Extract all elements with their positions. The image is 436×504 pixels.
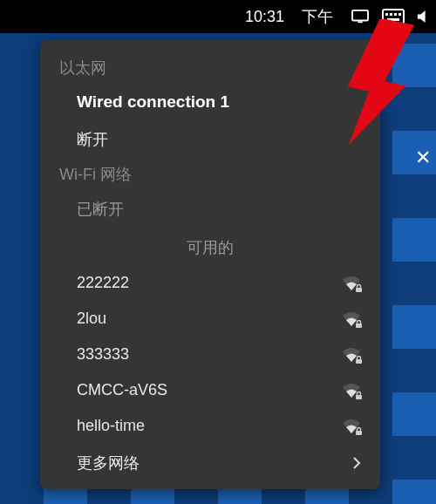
svg-rect-4 <box>390 13 392 16</box>
clock-time: 10:31 <box>245 8 284 26</box>
lock-icon <box>355 391 363 400</box>
wifi-network-row[interactable]: CMCC-aV6S <box>40 372 380 408</box>
wifi-more-networks-row[interactable]: 更多网络 <box>40 444 380 482</box>
wifi-section-title: Wi-Fi 网络 <box>40 159 380 190</box>
wifi-ssid: hello-time <box>77 417 335 435</box>
svg-rect-10 <box>356 359 362 364</box>
wifi-network-row[interactable]: hello-time <box>40 408 380 444</box>
ethernet-disconnect-label: 断开 <box>77 129 361 150</box>
network-indicator-icon[interactable] <box>351 9 370 24</box>
wifi-available-label: 可用的 <box>40 228 380 265</box>
svg-rect-11 <box>356 395 362 399</box>
wifi-ssid: 2lou <box>77 310 335 328</box>
chevron-right-icon <box>352 457 361 469</box>
wifi-signal-icon <box>335 276 361 291</box>
svg-rect-12 <box>356 431 362 435</box>
lock-icon <box>355 355 363 364</box>
svg-rect-2 <box>383 10 404 24</box>
lock-icon <box>355 319 363 329</box>
wifi-status-row: 已断开 <box>40 190 380 228</box>
svg-rect-8 <box>356 288 362 292</box>
wifi-status-label: 已断开 <box>77 199 361 220</box>
wifi-network-row[interactable]: 333333 <box>40 337 380 372</box>
svg-rect-0 <box>352 10 368 21</box>
volume-indicator-icon[interactable] <box>417 9 429 24</box>
wifi-ssid: 333333 <box>77 345 335 364</box>
svg-rect-9 <box>356 324 362 328</box>
svg-rect-7 <box>387 18 399 21</box>
close-icon[interactable]: ✕ <box>415 146 431 169</box>
wifi-ssid: 222222 <box>77 274 335 292</box>
ethernet-section-title: 以太网 <box>40 52 380 84</box>
network-menu-panel: 以太网 Wired connection 1 断开 Wi-Fi 网络 已断开 可… <box>40 40 380 489</box>
wifi-more-label: 更多网络 <box>77 453 352 473</box>
ethernet-connection-row[interactable]: Wired connection 1 <box>40 84 380 120</box>
ethernet-disconnect-row[interactable]: 断开 <box>40 120 380 159</box>
svg-rect-6 <box>399 13 401 16</box>
clock-ampm: 下午 <box>302 6 333 27</box>
svg-rect-1 <box>358 21 362 23</box>
wifi-signal-icon <box>335 347 361 363</box>
keyboard-indicator-icon[interactable] <box>382 9 405 24</box>
wifi-network-row[interactable]: 222222 <box>40 265 380 301</box>
wifi-signal-icon <box>335 383 361 398</box>
lock-icon <box>355 283 363 293</box>
topbar: 10:31 下午 <box>0 0 436 33</box>
lock-icon <box>355 426 363 436</box>
wifi-signal-icon <box>335 311 361 327</box>
svg-rect-3 <box>385 13 388 16</box>
wifi-signal-icon <box>335 419 361 434</box>
wifi-network-row[interactable]: 2lou <box>40 301 380 337</box>
ethernet-connection-label: Wired connection 1 <box>77 92 361 112</box>
svg-rect-5 <box>394 13 397 16</box>
wifi-ssid: CMCC-aV6S <box>77 381 335 399</box>
